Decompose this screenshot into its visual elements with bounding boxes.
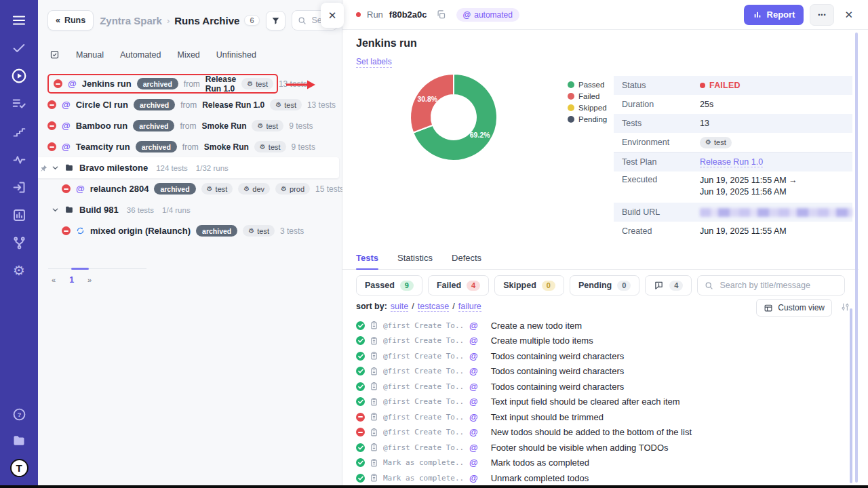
legend-item-pending[interactable]: Pending [568, 115, 607, 123]
run-type-tab-automated[interactable]: Automated [120, 50, 161, 60]
passed-status-icon [356, 382, 365, 391]
automated-at-icon: @ [469, 474, 478, 483]
legend-dot [568, 93, 574, 100]
run-type-tab-unfinished[interactable]: Unfinished [216, 50, 256, 60]
tab-defects[interactable]: Defects [452, 253, 481, 269]
sort-by-failure-link[interactable]: failure [458, 302, 481, 312]
test-status-filters: Passed 9 Failed 4 Skipped 0 Pending 0 4 [356, 275, 845, 296]
custom-view-button[interactable]: Custom view [756, 299, 832, 317]
check-icon[interactable] [11, 40, 27, 56]
tests-search-input[interactable] [718, 280, 837, 291]
failed-status-icon [47, 142, 56, 151]
test-title: Text input field should be cleared after… [491, 396, 680, 407]
test-row[interactable]: @first Create To... @ Footer should be v… [356, 440, 844, 455]
filter-button[interactable] [266, 11, 285, 30]
donut-percent-label: 30.8% [417, 95, 437, 103]
milestone-row[interactable]: Bravo milestone 124 tests 1/32 runs [38, 157, 339, 178]
help-icon[interactable]: ? [11, 406, 27, 422]
report-button-label: Report [767, 9, 795, 20]
close-panel-button[interactable]: ✕ [321, 3, 344, 28]
filter-pending-button[interactable]: Pending 0 [570, 275, 639, 296]
test-row[interactable]: Mark as complete... @ Mark todos as comp… [356, 455, 844, 471]
pulse-icon[interactable] [11, 151, 27, 167]
select-runs-icon[interactable] [50, 49, 60, 60]
test-row[interactable]: @first Create To... @ Create multiple to… [356, 333, 844, 349]
filter-comments-button[interactable]: 4 [645, 275, 692, 296]
run-type-tabs: ManualAutomatedMixedUnfinished [50, 49, 256, 60]
projects-folder-icon[interactable] [11, 432, 27, 449]
set-labels-link[interactable]: Set labels [356, 57, 392, 68]
tests-search-box[interactable] [697, 275, 845, 296]
filter-failed-button[interactable]: Failed 4 [428, 275, 489, 296]
legend-item-skipped[interactable]: Skipped [568, 104, 607, 112]
run-play-icon[interactable] [11, 68, 27, 84]
chevron-down-icon[interactable] [52, 206, 59, 214]
tab-tests[interactable]: Tests [356, 253, 378, 269]
test-row[interactable]: @first Create To... @ Text input field s… [356, 394, 844, 410]
automated-at-icon: @ [469, 458, 478, 467]
filter-skipped-button[interactable]: Skipped 0 [494, 275, 564, 296]
copy-run-id-button[interactable] [436, 9, 446, 20]
summary-row: Environment⚙test [614, 133, 852, 152]
back-to-runs-button[interactable]: « Runs [47, 10, 94, 30]
run-name: Teamcity run [76, 142, 130, 152]
tab-statistics[interactable]: Statistics [397, 253, 433, 269]
close-detail-button[interactable]: ✕ [844, 9, 853, 21]
test-row[interactable]: @first Create To... @ Todos containing w… [356, 379, 844, 394]
test-plan-link[interactable]: Release Run 1.0 [700, 157, 763, 167]
test-row[interactable]: @first Create To... @ Create a new todo … [356, 318, 844, 333]
sort-by-label: sort by: [356, 302, 387, 311]
passed-status-icon [356, 443, 365, 452]
breadcrumb-project[interactable]: Zyntra Spark [100, 15, 162, 26]
automated-at-icon: @ [469, 413, 478, 422]
run-row[interactable]: @ relaunch 2804 archived ⚙test⚙dev⚙prod … [47, 178, 339, 199]
chevron-down-icon[interactable] [52, 164, 59, 171]
list-check-icon[interactable] [11, 96, 27, 112]
sort-by-suite-link[interactable]: suite [391, 302, 408, 312]
pagination-active-indicator [71, 268, 89, 270]
report-button[interactable]: Report [744, 5, 804, 25]
tests-list-scrollbar[interactable] [850, 308, 852, 483]
menu-icon[interactable] [11, 12, 27, 28]
run-row[interactable]: @ Circle CI run archived from Release Ru… [47, 94, 339, 115]
automated-at-icon: @ [469, 397, 478, 406]
steps-icon[interactable] [11, 123, 27, 140]
donut-slice-failed [410, 74, 454, 133]
run-name: Circle CI run [76, 100, 128, 110]
legend-item-failed[interactable]: Failed [568, 92, 607, 100]
panel-scrollbar[interactable] [855, 33, 858, 483]
test-row[interactable]: @first Create To... @ Todos containing w… [356, 348, 844, 364]
test-suite-label: Mark as complete... [383, 474, 465, 483]
automated-at-icon: @ [76, 184, 85, 193]
test-row[interactable]: @first Create To... @ New todos should b… [356, 425, 844, 441]
pagination-page-1[interactable]: 1 [69, 275, 74, 285]
logo-avatar[interactable]: T [10, 459, 28, 477]
legend-item-passed[interactable]: Passed [568, 81, 607, 89]
run-type-tab-manual[interactable]: Manual [76, 50, 104, 60]
run-row[interactable]: @ Jenkins run archived from Release Run … [47, 74, 278, 94]
run-row[interactable]: @ Bamboo run archived from Smoke Run ⚙te… [47, 115, 339, 136]
run-row[interactable]: mixed origin (Relaunch) archived ⚙test 3… [47, 220, 339, 241]
environment-badge: ⚙test [270, 99, 302, 110]
pagination-prev-button[interactable]: « [52, 276, 56, 284]
test-row[interactable]: @first Create To... @ Todos containing w… [356, 364, 844, 380]
test-row[interactable]: Mark as complete... @ Unmark completed t… [356, 470, 844, 486]
import-icon[interactable] [11, 179, 27, 195]
pagination-next-button[interactable]: » [87, 276, 92, 284]
sort-by-testcase-link[interactable]: testcase [418, 302, 450, 312]
more-actions-button[interactable]: ••• [810, 4, 834, 26]
view-settings-sliders-icon[interactable] [840, 302, 850, 314]
branch-icon[interactable] [11, 235, 27, 251]
settings-gear-icon[interactable]: ⚙ [11, 262, 27, 279]
test-title: Footer should be visible when adding TOD… [491, 443, 669, 453]
milestone-runs-count: 1/32 runs [196, 164, 229, 172]
test-row[interactable]: @first Create To... @ Text input should … [356, 409, 844, 425]
runs-panel-header: « Runs Zyntra Spark › Runs Archive 6 [47, 10, 338, 30]
filter-passed-button[interactable]: Passed 9 [356, 275, 422, 296]
analytics-chart-icon[interactable] [11, 207, 27, 223]
run-row[interactable]: @ Teamcity run archived from Smoke Run ⚙… [47, 136, 339, 157]
runs-list: @ Jenkins run archived from Release Run … [47, 73, 339, 241]
run-type-tab-mixed[interactable]: Mixed [177, 50, 199, 60]
milestone-row[interactable]: Build 981 36 tests 1/4 runs [38, 199, 339, 220]
automated-badge[interactable]: @ automated [456, 8, 519, 22]
